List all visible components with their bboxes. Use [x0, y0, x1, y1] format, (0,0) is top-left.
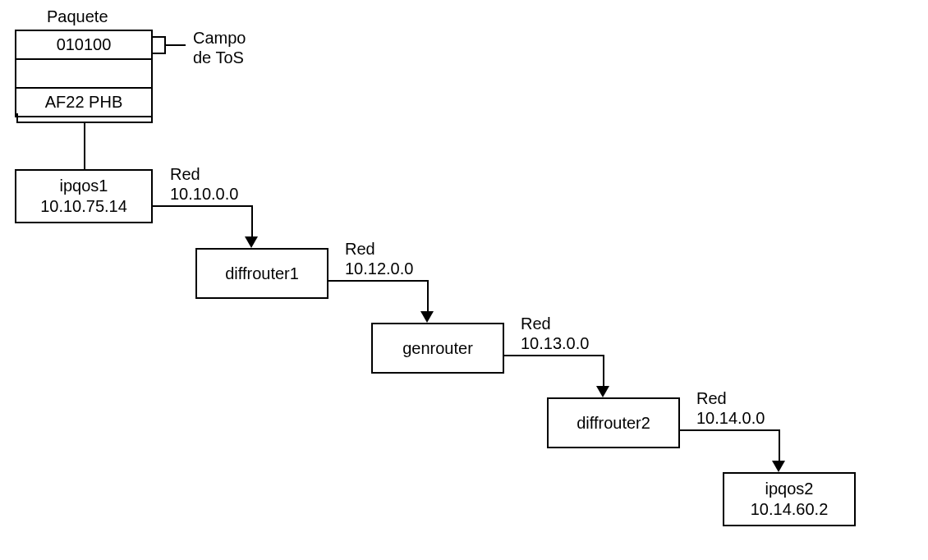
packet-row-tos-bits: 010100 — [16, 31, 151, 60]
tos-bits-value: 010100 — [57, 35, 112, 54]
packet-title: Paquete — [47, 7, 108, 26]
node-ipqos1: ipqos1 10.10.75.14 — [15, 169, 153, 223]
link1-net: 10.10.0.0 — [170, 184, 238, 204]
link4-net: 10.14.0.0 — [696, 408, 765, 428]
link3-h — [504, 355, 603, 356]
link4-arrow — [772, 461, 785, 472]
packet-row-blank — [16, 60, 151, 89]
link4-label: Red — [696, 388, 727, 408]
link1-v — [251, 205, 253, 238]
diffrouter2-name: diffrouter2 — [577, 413, 650, 434]
link2-net: 10.12.0.0 — [345, 259, 413, 278]
ipqos1-name: ipqos1 — [60, 176, 108, 196]
ubracket-stem-down — [84, 122, 85, 169]
link4-h — [680, 429, 779, 431]
bracket-top — [153, 36, 164, 38]
node-ipqos2: ipqos2 10.14.60.2 — [723, 472, 856, 526]
link3-v — [603, 355, 604, 388]
ubracket-left-v — [16, 113, 18, 122]
diffrouter1-name: diffrouter1 — [225, 264, 299, 284]
ipqos2-ip: 10.14.60.2 — [751, 499, 829, 520]
tos-label-line2: de ToS — [193, 48, 244, 67]
bracket-bottom — [153, 53, 164, 54]
link2-v — [427, 280, 429, 313]
node-genrouter: genrouter — [371, 323, 504, 374]
link1-h — [153, 205, 251, 207]
link3-net: 10.13.0.0 — [521, 333, 589, 353]
packet-row-phb: AF22 PHB — [16, 89, 151, 116]
ipqos1-ip: 10.10.75.14 — [40, 196, 127, 217]
diagram-stage: { "packet": { "title": "Paquete", "rows"… — [0, 0, 928, 560]
link2-h — [328, 280, 427, 282]
ubracket-h-left — [16, 122, 84, 123]
link4-v — [779, 429, 780, 462]
genrouter-name: genrouter — [402, 338, 473, 359]
tos-label-line1: Campo — [193, 28, 246, 48]
node-diffrouter2: diffrouter2 — [547, 397, 680, 448]
link3-label: Red — [521, 314, 551, 333]
ubracket-h-right — [84, 122, 153, 123]
link3-arrow — [596, 386, 609, 397]
node-diffrouter1: diffrouter1 — [195, 248, 328, 299]
bracket-stem — [164, 44, 186, 46]
ubracket-right-v — [151, 113, 153, 122]
packet-box: 010100 AF22 PHB — [15, 30, 153, 117]
link2-label: Red — [345, 239, 375, 259]
link1-arrow — [245, 236, 258, 248]
link2-arrow — [420, 311, 434, 323]
link1-label: Red — [170, 164, 200, 184]
phb-value: AF22 PHB — [45, 93, 122, 112]
ipqos2-name: ipqos2 — [765, 479, 814, 499]
